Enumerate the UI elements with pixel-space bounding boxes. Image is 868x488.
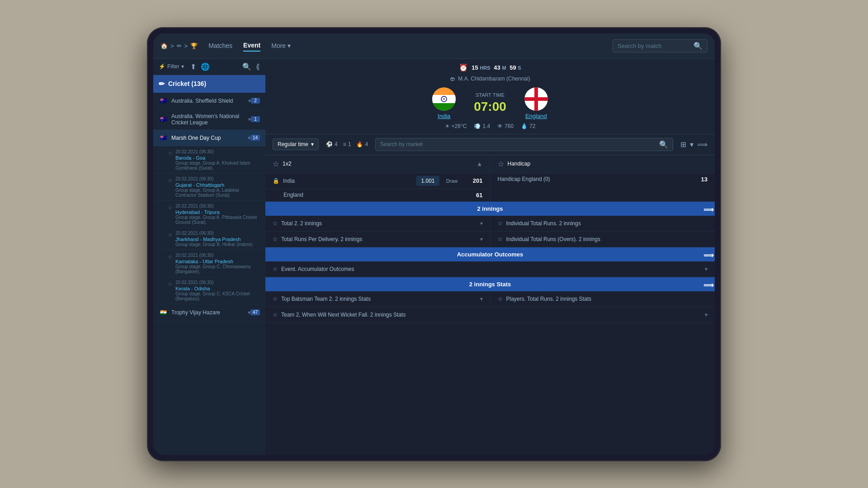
time-filter-chevron-icon: ▾ bbox=[311, 141, 314, 147]
match-timer: ⏰ 15 HRS 43 M 59 S bbox=[459, 63, 521, 72]
favorite-star-icon-3[interactable]: ☆ bbox=[168, 204, 173, 211]
favorite-star-icon-2[interactable]: ☆ bbox=[168, 177, 173, 184]
flag-australia-1: 🇦🇺 bbox=[159, 96, 168, 105]
star-icon-indiv[interactable]: ☆ bbox=[498, 220, 503, 227]
market-search-input[interactable] bbox=[380, 141, 656, 147]
total-2-innings: ☆ Total 2. 2 innings ▾ bbox=[265, 216, 491, 231]
section-accumulator-collapse-icon[interactable]: ⟹ bbox=[703, 251, 714, 260]
market-handicap: ☆ Handicap Handicap England (0) 13 bbox=[491, 155, 715, 201]
league-chevron-icon-4[interactable]: ▾ bbox=[248, 309, 250, 316]
favorite-star-icon-5[interactable]: ☆ bbox=[168, 254, 173, 260]
sidebar-collapse-icon[interactable]: ⟪ bbox=[256, 62, 260, 71]
goals-filter[interactable]: ⚽ 4 bbox=[326, 141, 338, 147]
expand-total2-icon[interactable]: ▾ bbox=[480, 220, 483, 227]
favorite-star-icon[interactable]: ☆ bbox=[168, 150, 173, 156]
nav-search[interactable]: 🔍 bbox=[613, 39, 708, 52]
star-icon-players[interactable]: ☆ bbox=[498, 296, 503, 302]
match-item-jharkhand-mp[interactable]: ☆ 20.02.2021 (06:30) Jharkhand - Madhya … bbox=[153, 228, 265, 250]
tablet-screen: 🏠 > ✏ > 🏆 Matches Event More ▾ 🔍 bbox=[153, 33, 715, 455]
section-2innings-collapse-icon[interactable]: ⟹ bbox=[703, 205, 714, 214]
cricket-edit-icon: ✏ bbox=[159, 80, 165, 88]
star-icon-handicap[interactable]: ☆ bbox=[498, 160, 504, 168]
sidebar-item-marsh-cup[interactable]: 🇦🇺 Marsh One Day Cup ▾ 14 bbox=[153, 130, 265, 147]
stats-row-1: ☆ Top Batsman Team 2. 2 innings Stats ▾ … bbox=[265, 291, 715, 307]
sidebar-globe-icon[interactable]: 🌐 bbox=[201, 62, 210, 71]
expand-delivery-icon[interactable]: ▾ bbox=[480, 236, 483, 242]
sidebar-list: ✏ Cricket (136) 🇦🇺 Australia. Sheffield … bbox=[153, 75, 265, 455]
star-icon-total2[interactable]: ☆ bbox=[273, 220, 278, 227]
team-england: England bbox=[524, 87, 548, 119]
market-1x2-header: ☆ 1x2 ▲ bbox=[265, 155, 490, 173]
favorite-star-icon-6[interactable]: ☆ bbox=[168, 281, 173, 287]
sidebar-up-icon[interactable]: ⬆ bbox=[190, 62, 196, 71]
match-item-kerala-odisha[interactable]: ☆ 20.02.2021 (06:30) Kerala - Odisha Gro… bbox=[153, 277, 265, 304]
event-accumulator: ☆ Event. Accumulator Outcomes ▾ bbox=[265, 261, 715, 277]
market-1x2-handicap-row: ☆ 1x2 ▲ 🔒 India 1.001 Draw 201 bbox=[265, 155, 715, 202]
filter-chevron-icon: ▾ bbox=[181, 63, 184, 70]
star-icon-delivery[interactable]: ☆ bbox=[273, 236, 278, 242]
sidebar-item-vijay-hazare[interactable]: 🇮🇳 Trophy Vijay Hazare ▾ 47 bbox=[153, 304, 265, 321]
expand-batsman-icon[interactable]: ▾ bbox=[480, 296, 483, 302]
section-stats-collapse-icon[interactable]: ⟹ bbox=[703, 281, 714, 289]
star-icon-overs[interactable]: ☆ bbox=[498, 236, 503, 242]
home-icon[interactable]: 🏠 bbox=[160, 43, 168, 49]
grid-view-icon[interactable]: ⊞ bbox=[680, 140, 686, 149]
league-chevron-icon-3[interactable]: ▾ bbox=[248, 135, 250, 141]
circle-icon: ⚽ bbox=[326, 141, 333, 147]
top-batsman-team2: ☆ Top Batsman Team 2. 2 innings Stats ▾ bbox=[265, 291, 491, 307]
filter-button[interactable]: ⚡ Filter ▾ bbox=[159, 63, 184, 70]
nav-breadcrumb: 🏠 > ✏ > 🏆 bbox=[160, 43, 198, 49]
match-item-gujarat-chhattisgarh[interactable]: ☆ 20.02.2021 (06:30) Gujarat - Chhattisg… bbox=[153, 174, 265, 201]
sidebar-item-sheffield-shield[interactable]: 🇦🇺 Australia. Sheffield Shield ▾ 2 bbox=[153, 93, 265, 109]
flag-australia-3: 🇦🇺 bbox=[159, 133, 168, 142]
search-input[interactable] bbox=[618, 43, 690, 49]
india-flag bbox=[432, 87, 456, 111]
tab-more[interactable]: More ▾ bbox=[271, 42, 291, 49]
clock-icon: ⏰ bbox=[459, 63, 468, 72]
section-accumulator-header: Accumulator Outcomes ⟹ bbox=[265, 247, 715, 261]
right-content: ⏰ 15 HRS 43 M 59 S 🏟 M.A. Chidambaram (C… bbox=[265, 59, 715, 455]
sidebar-item-womens-cricket[interactable]: 🇦🇺 Australia. Women's National Cricket L… bbox=[153, 109, 265, 130]
start-time-box: START TIME 07:00 bbox=[474, 92, 506, 114]
trophy-icon[interactable]: 🏆 bbox=[190, 43, 198, 49]
players-total-runs: ☆ Players. Total Runs. 2 innings Stats bbox=[491, 291, 715, 307]
svg-point-4 bbox=[443, 98, 445, 99]
edit-icon[interactable]: ✏ bbox=[177, 43, 182, 49]
star-icon-accum[interactable]: ☆ bbox=[273, 266, 278, 272]
weather-humidity: 💧 72 bbox=[521, 123, 535, 129]
market-search[interactable]: 🔍 bbox=[375, 138, 673, 151]
drop-icon: 💧 bbox=[521, 123, 528, 129]
time-filter[interactable]: Regular time ▾ bbox=[273, 138, 319, 150]
view-chevron-icon: ▾ bbox=[690, 140, 693, 149]
match-item-baroda-goa[interactable]: ☆ 20.02.2021 (06:30) Baroda - Goa Group … bbox=[153, 147, 265, 174]
markets-toolbar: Regular time ▾ ⚽ 4 ≡ 1 bbox=[265, 134, 715, 155]
sidebar-search-icon[interactable]: 🔍 bbox=[242, 62, 251, 71]
expand-1x2-icon[interactable]: ▲ bbox=[476, 160, 483, 167]
weather-wind: 💨 1.4 bbox=[474, 123, 490, 129]
venue-icon: 🏟 bbox=[450, 76, 455, 82]
odds-india[interactable]: 1.001 bbox=[416, 176, 439, 186]
venue-info: 🏟 M.A. Chidambaram (Chennai) bbox=[450, 76, 530, 82]
match-item-karnataka-up[interactable]: ☆ 20.02.2021 (06:30) Karnataka - Uttar P… bbox=[153, 250, 265, 277]
favorite-star-icon-4[interactable]: ☆ bbox=[168, 232, 173, 238]
match-item-hyderabad-tripura[interactable]: ☆ 20.02.2021 (06:30) Hyderabad - Tripura… bbox=[153, 201, 265, 228]
svg-rect-2 bbox=[432, 103, 456, 111]
columns-view-icon[interactable]: ⟹ bbox=[697, 140, 708, 149]
eye-icon: 👁 bbox=[497, 123, 503, 129]
star-icon-wicket[interactable]: ☆ bbox=[273, 312, 278, 318]
section-2innings-stats-header: 2 innings Stats ⟹ bbox=[265, 277, 715, 291]
star-icon-batsman[interactable]: ☆ bbox=[273, 296, 278, 302]
section-2innings-header: 2 innings ⟹ bbox=[265, 202, 715, 216]
flag-australia-2: 🇦🇺 bbox=[159, 115, 168, 124]
expand-wicket-icon[interactable]: ▾ bbox=[705, 312, 708, 318]
chevron-down-icon: ▾ bbox=[288, 42, 291, 49]
expand-accum-icon[interactable]: ▾ bbox=[705, 266, 708, 272]
innings-row-2: ☆ Total Runs Per Delivery. 2 innings ▾ ☆… bbox=[265, 232, 715, 247]
tab-event[interactable]: Event bbox=[243, 40, 260, 52]
star-icon-1x2[interactable]: ☆ bbox=[273, 160, 279, 168]
tab-matches[interactable]: Matches bbox=[208, 40, 232, 51]
top-nav: 🏠 > ✏ > 🏆 Matches Event More ▾ 🔍 bbox=[153, 33, 715, 59]
market-search-icon: 🔍 bbox=[659, 140, 668, 149]
fire-filter[interactable]: 🔥 4 bbox=[356, 141, 368, 147]
list-filter[interactable]: ≡ 1 bbox=[343, 141, 351, 147]
